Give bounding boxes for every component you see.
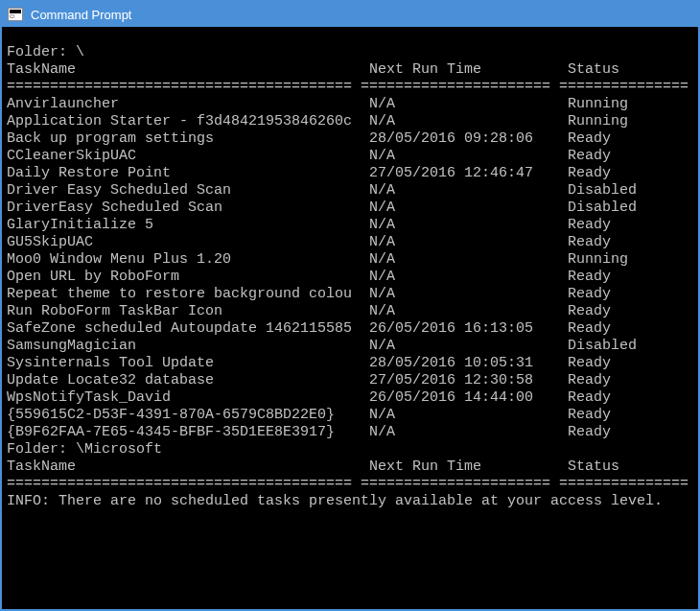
titlebar[interactable]: Command Prompt <box>2 2 698 27</box>
window-title: Command Prompt <box>31 8 131 22</box>
task-row: DriverEasy Scheduled Scan N/A Disabled <box>7 200 693 217</box>
task-row: CCleanerSkipUAC N/A Ready <box>7 148 693 165</box>
header-line: TaskName Next Run Time Status <box>7 458 693 476</box>
task-row: SamsungMagician N/A Disabled <box>7 338 693 355</box>
task-row: WpsNotifyTask_David 26/05/2016 14:44:00 … <box>7 389 693 407</box>
task-row: Moo0 Window Menu Plus 1.20 N/A Running <box>7 251 693 269</box>
task-row: SafeZone scheduled Autoupdate 1462115585… <box>7 320 693 338</box>
task-row: Open URL by RoboForm N/A Ready <box>7 269 693 286</box>
task-row: Anvirlauncher N/A Running <box>7 96 693 113</box>
info-line: INFO: There are no scheduled tasks prese… <box>7 493 693 510</box>
separator-line: ========================================… <box>7 79 693 96</box>
task-row: Daily Restore Point 27/05/2016 12:46:47 … <box>7 165 693 182</box>
task-row: Application Starter - f3d48421953846260c… <box>7 113 693 130</box>
task-row: Update Locate32 database 27/05/2016 12:3… <box>7 372 693 389</box>
cmd-icon <box>8 8 23 21</box>
terminal-output[interactable]: Folder: \TaskName Next Run Time Status =… <box>2 27 698 609</box>
task-row: {B9F62FAA-7E65-4345-BFBF-35D1EE8E3917} N… <box>7 424 693 441</box>
task-row: Run RoboForm TaskBar Icon N/A Ready <box>7 303 693 320</box>
folder-line: Folder: \Microsoft <box>7 441 693 458</box>
task-row: GU5SkipUAC N/A Ready <box>7 234 693 251</box>
separator-line: ========================================… <box>7 476 693 493</box>
task-row: Back up program settings 28/05/2016 09:2… <box>7 130 693 148</box>
task-row: GlaryInitialize 5 N/A Ready <box>7 217 693 234</box>
task-row: {559615C2-D53F-4391-870A-6579C8BD22E0} N… <box>7 407 693 424</box>
window-frame: Command Prompt Folder: \TaskName Next Ru… <box>0 0 700 611</box>
folder-line: Folder: \ <box>7 44 693 61</box>
task-row: Driver Easy Scheduled Scan N/A Disabled <box>7 182 693 200</box>
task-row: Sysinternals Tool Update 28/05/2016 10:0… <box>7 355 693 372</box>
header-line: TaskName Next Run Time Status <box>7 61 693 79</box>
task-row: Repeat theme to restore background colou… <box>7 286 693 303</box>
